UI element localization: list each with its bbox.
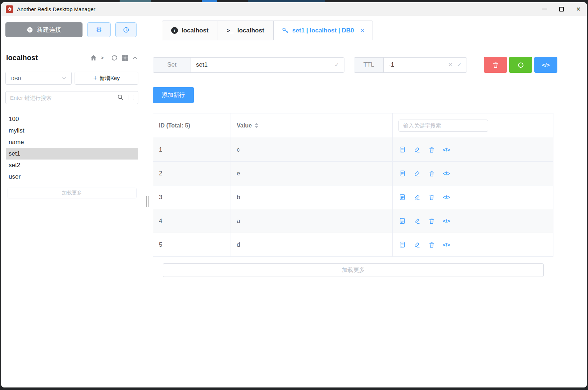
new-connection-label: 新建连接 <box>37 26 61 34</box>
delete-row-icon[interactable] <box>428 170 435 177</box>
table-header-row: ID (Total: 5) Value <box>153 113 553 138</box>
edit-icon[interactable] <box>413 170 420 177</box>
code-view-icon[interactable]: </> <box>443 194 450 201</box>
settings-button[interactable]: ⚙ <box>87 22 111 37</box>
row-value: c <box>231 138 393 161</box>
refresh-icon[interactable] <box>111 54 118 61</box>
add-key-label: 新增Key <box>99 75 120 82</box>
screen: Another Redis Desktop Manager ✕ 新建连接 ⚙ <box>0 0 588 390</box>
key-list-item[interactable]: 100 <box>6 113 138 125</box>
key-list-item[interactable]: mylist <box>6 125 138 136</box>
delete-row-icon[interactable] <box>428 241 435 248</box>
minimize-button[interactable] <box>536 2 553 16</box>
code-view-icon[interactable]: </> <box>443 218 450 225</box>
value-filter-input[interactable] <box>398 120 488 132</box>
code-view-icon[interactable]: </> <box>443 170 450 177</box>
row-id: 5 <box>153 233 231 256</box>
edit-icon[interactable] <box>413 194 420 201</box>
new-connection-button[interactable]: 新建连接 <box>5 22 83 37</box>
main-content: i localhost >_ localhost set1 | localhos… <box>143 16 587 387</box>
view-document-icon[interactable] <box>398 146 406 153</box>
sidebar-load-more-button[interactable]: 加载更多 <box>8 188 137 198</box>
code-icon: </> <box>542 62 550 68</box>
table-row[interactable]: 3 b </> <box>153 185 553 209</box>
id-column-header[interactable]: ID (Total: 5) <box>153 113 231 138</box>
gear-icon: ⚙ <box>96 26 102 34</box>
key-list-item[interactable]: user <box>6 171 138 183</box>
tab-close-icon[interactable]: ✕ <box>360 28 365 33</box>
delete-key-button[interactable] <box>484 57 507 73</box>
delete-row-icon[interactable] <box>428 218 435 225</box>
confirm-check-icon[interactable]: ✓ <box>457 62 462 68</box>
view-document-icon[interactable] <box>398 170 406 177</box>
maximize-icon <box>559 7 564 12</box>
edit-icon[interactable] <box>413 146 420 153</box>
panel-resizer[interactable] <box>146 196 149 207</box>
db-select-value: DB0 <box>10 75 21 81</box>
code-view-icon[interactable]: </> <box>443 146 450 153</box>
clock-icon <box>123 27 129 33</box>
tab-label: set1 | localhost | DB0 <box>292 27 354 34</box>
row-value: b <box>231 185 393 209</box>
close-button[interactable]: ✕ <box>570 2 587 16</box>
key-list-item-selected[interactable]: set1 <box>6 148 138 160</box>
row-id: 2 <box>153 162 231 185</box>
title-bar: Another Redis Desktop Manager ✕ <box>1 2 587 16</box>
view-document-icon[interactable] <box>398 241 406 248</box>
terminal-icon[interactable]: >_ <box>101 55 107 60</box>
connection-name: localhost <box>6 54 38 62</box>
exact-search-checkbox[interactable] <box>129 95 134 100</box>
app-logo-icon <box>6 5 13 13</box>
key-list-item[interactable]: set2 <box>6 160 138 171</box>
table-row[interactable]: 2 e </> <box>153 162 553 185</box>
console-view-button[interactable]: </> <box>534 57 557 73</box>
db-select[interactable]: DB0 <box>5 72 72 85</box>
home-icon[interactable] <box>90 54 97 61</box>
window-title: Another Redis Desktop Manager <box>17 6 95 12</box>
key-list: 100 mylist name set1 set2 user <box>6 113 138 183</box>
minimize-icon <box>542 9 547 9</box>
code-view-icon[interactable]: </> <box>443 241 450 248</box>
table-load-more-button[interactable]: 加载更多 <box>163 263 544 277</box>
tab-connection-info[interactable]: i localhost <box>162 21 218 40</box>
collapse-chevron-icon[interactable] <box>132 55 138 60</box>
add-key-button[interactable]: + 新增Key <box>75 72 138 85</box>
key-editor-row: Set ✓ TTL ✕ ✓ <box>153 57 587 73</box>
history-button[interactable] <box>115 22 137 37</box>
delete-row-icon[interactable] <box>428 194 435 201</box>
row-id: 1 <box>153 138 231 161</box>
key-type-label: Set <box>153 58 191 72</box>
key-list-item[interactable]: name <box>6 136 138 148</box>
view-document-icon[interactable] <box>398 218 406 225</box>
info-icon: i <box>171 27 178 34</box>
tab-key-set1[interactable]: set1 | localhost | DB0 ✕ <box>273 21 373 40</box>
tab-label: localhost <box>182 27 209 34</box>
tab-terminal[interactable]: >_ localhost <box>218 21 274 40</box>
plus-icon: + <box>93 75 97 82</box>
maximize-button[interactable] <box>553 2 570 16</box>
connection-header: localhost >_ <box>5 54 138 62</box>
key-name-input[interactable] <box>196 61 330 68</box>
grid-view-icon[interactable] <box>122 55 128 61</box>
refresh-value-button[interactable] <box>509 57 532 73</box>
row-id: 4 <box>153 209 231 233</box>
ttl-input[interactable] <box>389 61 444 68</box>
confirm-check-icon[interactable]: ✓ <box>334 62 339 68</box>
value-table: ID (Total: 5) Value 1 c <box>153 113 553 257</box>
table-row[interactable]: 1 c </> <box>153 138 553 162</box>
tab-bar: i localhost >_ localhost set1 | localhos… <box>162 21 587 40</box>
plus-circle-icon <box>27 27 33 33</box>
table-row[interactable]: 5 d </> <box>153 233 553 257</box>
app-window: Another Redis Desktop Manager ✕ 新建连接 ⚙ <box>1 2 587 387</box>
key-icon <box>282 27 289 34</box>
value-column-header[interactable]: Value <box>231 113 393 138</box>
sort-caret-icon[interactable] <box>255 123 258 128</box>
view-document-icon[interactable] <box>398 194 406 201</box>
refresh-icon <box>517 62 524 68</box>
edit-icon[interactable] <box>413 218 420 225</box>
add-row-button[interactable]: 添加新行 <box>153 87 194 103</box>
table-row[interactable]: 4 a </> <box>153 209 553 233</box>
clear-icon[interactable]: ✕ <box>448 62 453 68</box>
delete-row-icon[interactable] <box>428 146 435 153</box>
edit-icon[interactable] <box>413 241 420 248</box>
